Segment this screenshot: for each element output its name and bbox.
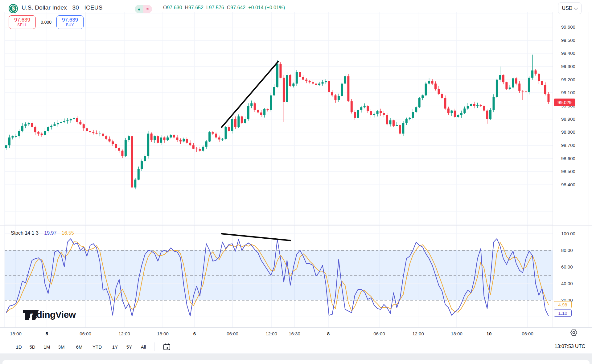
price-axis-label: 99.300	[561, 64, 575, 69]
time-axis-tick: 18:00	[451, 331, 462, 336]
time-axis-tick: 12:00	[118, 331, 130, 336]
range-button-1d[interactable]: 1D	[14, 344, 23, 350]
range-button-3m[interactable]: 3M	[56, 344, 67, 350]
price-axis-label: 99.200	[561, 77, 575, 82]
range-button-6m[interactable]: 6M	[74, 344, 84, 350]
buy-price: 97.639	[62, 17, 78, 23]
range-button-1m[interactable]: 1M	[42, 344, 52, 350]
time-axis-tick: 18:00	[157, 331, 169, 336]
spread-value: 0.000	[39, 19, 53, 25]
stoch-axis-label: 40.00	[561, 281, 573, 286]
time-axis-tick: 5	[46, 331, 48, 336]
last-price-badge: 99.029	[554, 99, 575, 106]
market-open-dot-icon: ●	[135, 5, 143, 13]
tradingview-logo: TradingView	[23, 309, 76, 320]
time-axis-tick: 6	[193, 331, 196, 336]
stoch-name: Stoch 14 1 3	[11, 230, 39, 236]
price-axis-label: 98.900	[561, 116, 575, 122]
range-button-all[interactable]: All	[139, 344, 148, 350]
chart-canvas[interactable]	[0, 0, 592, 364]
range-button-5y[interactable]: 5Y	[125, 344, 134, 350]
stoch-k-value: 19.97	[44, 230, 56, 236]
toolbar-divider	[154, 342, 154, 351]
stoch-indicator-header[interactable]: Stoch 14 1 3 19.97 16.55	[11, 230, 74, 236]
time-axis-tick: 8	[327, 331, 330, 336]
tradingview-window: $ U.S. Dollar Index · 30 · ICEUS ● ≈ O97…	[0, 0, 592, 364]
time-axis-tick: 06:00	[227, 331, 238, 336]
sell-label: SELL	[17, 23, 27, 27]
trade-panel: 97.639 SELL 0.000 97.639 BUY	[9, 15, 84, 29]
time-axis-tick: 16:30	[289, 331, 300, 336]
price-axis-label: 98.500	[561, 169, 575, 174]
time-axis-tick: 12:00	[265, 331, 277, 336]
chart-header: $ U.S. Dollar Index · 30 · ICEUS ● ≈ O97…	[0, 0, 592, 12]
time-axis-tick: 06:00	[522, 331, 533, 336]
price-axis-label: 98.800	[561, 129, 575, 135]
time-axis-tick: 06:00	[373, 331, 385, 336]
symbol-title[interactable]: U.S. Dollar Index · 30 · ICEUS	[22, 4, 103, 11]
range-button-ytd[interactable]: YTD	[91, 344, 104, 350]
tradingview-mark-icon	[23, 309, 39, 321]
price-axis-label: 98.600	[561, 156, 575, 161]
price-axis-label: 99.100	[561, 90, 575, 95]
price-axis-label: 99.500	[561, 38, 575, 43]
price-axis-label: 98.700	[561, 143, 575, 148]
chevron-down-icon	[574, 6, 578, 10]
sell-button[interactable]: 97.639 SELL	[9, 15, 36, 29]
currency-dropdown[interactable]: USD	[558, 2, 582, 14]
stoch-axis-label: 100.00	[561, 231, 575, 236]
buy-button[interactable]: 97.639 BUY	[56, 15, 84, 29]
stoch-axis-label: 60.00	[561, 264, 573, 269]
approx-price-icon: ≈	[143, 5, 152, 13]
range-button-1y[interactable]: 1Y	[110, 344, 120, 350]
currency-label: USD	[562, 6, 573, 11]
price-axis-label: 99.600	[561, 24, 575, 30]
go-to-date-icon[interactable]	[163, 343, 171, 351]
price-axis-label: 98.400	[561, 182, 575, 187]
change-readout: +0.014 (+0.01%)	[248, 5, 285, 10]
time-axis-tick: 10	[487, 331, 492, 336]
time-axis-tick: 06:00	[80, 331, 91, 336]
symbol-icon: $	[9, 4, 18, 13]
price-axis-label: 99.400	[561, 51, 575, 56]
range-button-5d[interactable]: 5D	[27, 344, 37, 350]
time-axis[interactable]: 18:00506:0012:0018:00606:0012:0016:30806…	[0, 327, 592, 340]
bottom-toolbar: 13:07:53 UTC 1D5D1M3M6MYTD1Y5YAll	[0, 340, 592, 354]
buy-label: BUY	[66, 23, 74, 27]
stoch-axis-label: 80.00	[561, 248, 573, 253]
clock-utc[interactable]: 13:07:53 UTC	[554, 344, 585, 349]
time-axis-tick: 18:00	[10, 331, 22, 336]
next-panel-edge	[2, 360, 590, 364]
ohlc-readout: O97.630H97.652L97.576C97.642+0.014 (+0.0…	[163, 5, 285, 10]
stoch-d-value: 16.55	[62, 230, 74, 236]
time-axis-tick: 12:00	[412, 331, 424, 336]
stoch-value-badge: 4.98	[554, 301, 572, 308]
stoch-value-badge: 1.10	[554, 309, 572, 317]
market-status-toggle[interactable]: ● ≈	[135, 5, 152, 13]
sell-price: 97.639	[14, 17, 30, 23]
